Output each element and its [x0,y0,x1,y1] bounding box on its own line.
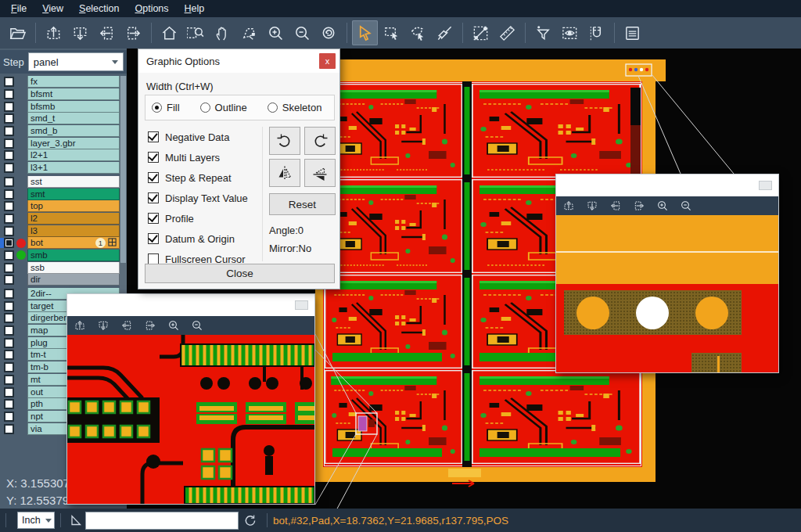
angle-mode-icon[interactable] [70,514,82,527]
radio-icon[interactable] [152,102,162,113]
step-select[interactable]: panel [28,52,124,71]
dialog-checkbox-row[interactable]: Multi Layers [148,147,248,167]
layer-row[interactable]: bfsmt [0,88,120,101]
layer-row[interactable]: layer_3.gbr [0,137,120,149]
layer-row[interactable]: smb [0,250,120,262]
layer-row[interactable]: sst [0,176,120,189]
layer-row[interactable]: ssb [0,261,120,274]
layer-row[interactable]: top [0,200,120,213]
selected-pad[interactable] [358,416,367,431]
reset-button[interactable]: Reset [269,193,336,215]
rotate-ccw-button[interactable] [304,127,336,155]
menu-item[interactable]: Options [127,1,176,16]
layer-visibility-checkbox[interactable] [4,350,14,360]
pan-left-icon[interactable] [609,200,622,212]
dialog-titlebar[interactable]: Graphic Options x [138,49,339,73]
pan-right-icon[interactable] [633,200,645,212]
pan-up-icon[interactable] [41,20,66,45]
pan-hand-icon[interactable] [210,20,235,45]
layer-visibility-checkbox[interactable] [4,163,14,173]
float-window-titlebar[interactable] [556,174,778,196]
menu-item[interactable]: Help [177,1,213,16]
layer-row[interactable]: smd_b [0,125,120,138]
layer-row[interactable]: l2 [0,213,120,225]
graphic-options-dialog[interactable]: Graphic Options x Width (Ctrl+W) Fill Ou… [138,49,340,289]
layer-visibility-checkbox[interactable] [4,250,14,261]
mirror-vertical-button[interactable] [269,159,300,187]
layer-visibility-checkbox[interactable] [4,201,14,211]
checkbox-icon[interactable] [148,213,159,224]
window-button-icon[interactable] [295,300,308,310]
zoom-float-window-1[interactable] [66,293,315,505]
layer-visibility-checkbox[interactable] [4,289,14,299]
unit-select[interactable]: Inch [17,512,55,529]
layer-visibility-checkbox[interactable] [4,263,14,273]
dialog-checkbox-row[interactable]: Display Text Value [148,188,248,208]
layer-row[interactable]: bfsmb [0,100,120,113]
refresh-icon[interactable] [243,514,257,527]
checkbox-icon[interactable] [148,152,159,163]
pan-up-icon[interactable] [74,319,86,332]
layer-row[interactable]: l2+1 [0,149,120,162]
dialog-checkbox-row[interactable]: Profile [148,208,248,228]
close-button[interactable]: Close [145,264,335,283]
select-rect-icon[interactable] [379,20,404,45]
checkbox-icon[interactable] [148,233,159,244]
layer-visibility-checkbox[interactable] [4,313,14,323]
scrollbar-thumb[interactable] [120,76,126,263]
layer-visibility-checkbox[interactable] [4,177,14,187]
rotate-cw-button[interactable] [269,127,300,155]
zoom-out-icon[interactable] [680,200,692,212]
checkbox-icon[interactable] [148,131,159,142]
layer-visibility-checkbox[interactable] [4,102,14,112]
window-button-icon[interactable] [759,181,772,190]
layer-visibility-checkbox[interactable] [4,89,14,99]
pan-up-icon[interactable] [562,200,575,212]
mirror-horizontal-button[interactable] [304,159,336,187]
layer-visibility-checkbox[interactable] [4,77,14,87]
dialog-checkbox-row[interactable]: Datum & Origin [148,228,248,249]
pan-down-icon[interactable] [67,20,93,45]
zoom-out-icon[interactable] [289,20,315,45]
layer-visibility-checkbox[interactable] [4,275,14,285]
home-view-icon[interactable] [156,20,182,45]
layer-visibility-checkbox[interactable] [4,189,14,200]
clean-brush-icon[interactable] [432,20,458,45]
layer-visibility-checkbox[interactable] [4,138,14,149]
pan-left-icon[interactable] [120,319,133,332]
zoom-window-icon[interactable] [183,20,209,45]
measure-distance-icon[interactable] [468,20,494,45]
layer-visibility-checkbox[interactable] [4,150,14,160]
command-input[interactable] [85,512,239,530]
snap-magnet-icon[interactable] [584,20,609,45]
zoom-float-window-2[interactable] [555,174,779,373]
vertex-edit-icon[interactable] [236,20,262,45]
layer-row[interactable]: l3+1 [0,162,120,174]
ruler-icon[interactable] [494,20,520,45]
layer-visibility-checkbox[interactable] [4,214,14,224]
dialog-checkbox-row[interactable]: Negative Data [148,127,248,147]
zoom-previous-icon[interactable] [316,20,342,45]
pan-left-icon[interactable] [94,20,120,45]
layer-visibility-checkbox[interactable] [4,412,14,422]
width-radio[interactable]: Outline [200,102,247,113]
layer-visibility-checkbox[interactable] [4,375,14,385]
select-cursor-icon[interactable] [352,20,378,45]
layer-visibility-checkbox[interactable] [4,126,14,136]
layer-row[interactable]: fx [0,76,120,88]
layer-visibility-checkbox[interactable] [4,301,14,311]
pan-down-icon[interactable] [586,200,598,212]
radio-icon[interactable] [268,102,278,113]
dialog-checkbox-row[interactable]: Step & Repeat [148,167,248,188]
menu-item[interactable]: File [3,1,34,16]
zoom-in-icon[interactable] [263,20,289,45]
checkbox-icon[interactable] [148,253,159,264]
open-file-icon[interactable] [5,20,31,45]
layer-visibility-checkbox[interactable] [4,399,14,409]
layer-visibility-checkbox[interactable] [4,362,14,372]
layers-panel-icon[interactable] [620,20,645,45]
menu-item[interactable]: View [34,1,71,16]
checkbox-icon[interactable] [148,172,159,183]
radio-icon[interactable] [200,102,210,113]
layer-visibility-checkbox[interactable] [4,338,14,348]
